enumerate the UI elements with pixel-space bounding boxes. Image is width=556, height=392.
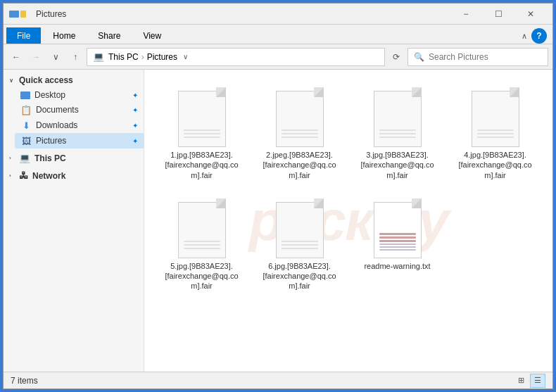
search-box[interactable]: 🔍 xyxy=(407,48,548,66)
file-icon-fold-4 xyxy=(510,87,519,97)
forward-button[interactable]: → xyxy=(27,49,44,65)
file-name-1: 1.jpg.[9B83AE23].[fairexchange@qq.com].f… xyxy=(163,150,241,180)
this-pc-header-label: This PC xyxy=(34,153,66,163)
file-icon-2 xyxy=(274,87,325,147)
sidebar-section-quick-access: ∨ Quick access Desktop ✦ 📋 Documents ✦ xyxy=(4,72,144,148)
tab-share[interactable]: Share xyxy=(87,27,131,44)
file-line xyxy=(282,133,318,134)
file-explorer-window: Pictures − ☐ ✕ File Home Share View ∧ ? … xyxy=(3,3,553,389)
address-bar: ← → ∨ ↑ 💻 This PC › Pictures ∨ ⟳ 🔍 xyxy=(4,44,552,70)
file-item-5[interactable]: 5.jpg.[9B83AE23].[fairexchange@qq.com].f… xyxy=(156,192,248,298)
status-view-controls: ⊞ ☰ xyxy=(513,374,545,388)
view-large-icons-button[interactable]: ⊞ xyxy=(513,374,529,388)
downloads-label: Downloads xyxy=(36,120,128,130)
sidebar-header-this-pc[interactable]: › 💻 This PC xyxy=(4,150,144,166)
view-details-button[interactable]: ☰ xyxy=(530,374,545,388)
file-line xyxy=(184,248,220,249)
search-input[interactable] xyxy=(429,52,542,62)
sidebar-item-pictures[interactable]: 🖼 Pictures ✦ xyxy=(15,133,144,148)
pin-icon-documents: ✦ xyxy=(132,106,138,114)
sidebar-item-downloads[interactable]: ⬇ Downloads ✦ xyxy=(15,118,144,133)
file-item-1[interactable]: 1.jpg.[9B83AE23].[fairexchange@qq.com].f… xyxy=(156,81,248,186)
file-name-3: 3.jpg.[9B83AE23].[fairexchange@qq.com].f… xyxy=(359,150,436,180)
file-icon-lines-7 xyxy=(379,233,416,253)
up-button[interactable]: ↑ xyxy=(67,49,84,65)
tab-home[interactable]: Home xyxy=(42,27,86,44)
file-icon-lines-4 xyxy=(477,129,514,140)
file-icon-lines-3 xyxy=(379,129,416,140)
sidebar-item-documents[interactable]: 📋 Documents ✦ xyxy=(15,102,144,118)
file-icon-5 xyxy=(177,198,227,258)
file-line xyxy=(184,137,220,138)
file-icon-6 xyxy=(274,198,325,258)
ribbon-tabs: File Home Share View ∧ ? xyxy=(4,25,552,44)
file-icon-4 xyxy=(470,87,521,147)
file-icon-fold-6 xyxy=(314,198,324,208)
path-dropdown-button[interactable]: ∨ xyxy=(47,49,64,65)
sidebar-header-quick-access[interactable]: ∨ Quick access xyxy=(4,72,144,88)
this-pc-header-icon: 💻 xyxy=(19,153,30,163)
file-area: риск.ру 1.jpg.[9B83AE23].[fairexchange@q… xyxy=(144,70,552,372)
file-icon-fold-7 xyxy=(412,198,422,208)
documents-label: Documents xyxy=(36,105,128,115)
title-bar: Pictures − ☐ ✕ xyxy=(4,4,552,25)
status-bar: 7 items ⊞ ☰ xyxy=(4,372,552,388)
sidebar: ∨ Quick access Desktop ✦ 📋 Documents ✦ xyxy=(4,70,144,372)
help-button[interactable]: ? xyxy=(531,28,547,44)
tab-file[interactable]: File xyxy=(6,27,41,44)
file-line xyxy=(379,233,416,235)
maximize-button[interactable]: ☐ xyxy=(482,4,514,25)
sidebar-section-network: › 🖧 Network xyxy=(4,167,144,184)
file-line xyxy=(282,248,318,249)
file-name-6: 6.jpg.[9B83AE23].[fairexchange@qq.com].f… xyxy=(261,261,339,291)
close-button[interactable]: ✕ xyxy=(514,4,547,25)
desktop-label: Desktop xyxy=(34,90,128,100)
file-item-2[interactable]: 2.jpeg.[9B83AE23].[fairexchange@qq.com].… xyxy=(253,81,346,186)
file-icon-lines-1 xyxy=(184,129,220,140)
file-icon-7 xyxy=(372,198,423,258)
file-item-4[interactable]: 4.jpg.[9B83AE23].[fairexchange@qq.com].f… xyxy=(449,81,541,186)
refresh-button[interactable]: ⟳ xyxy=(388,49,405,65)
file-line xyxy=(282,129,318,131)
documents-icon: 📋 xyxy=(20,104,32,115)
pin-icon-pictures: ✦ xyxy=(132,137,138,145)
file-item-6[interactable]: 6.jpg.[9B83AE23].[fairexchange@qq.com].f… xyxy=(253,192,346,298)
downloads-icon: ⬇ xyxy=(20,120,32,131)
file-line xyxy=(379,133,416,134)
ribbon-help-area: ∧ ? xyxy=(520,28,552,44)
file-line xyxy=(282,241,318,242)
path-pictures[interactable]: Pictures xyxy=(147,52,177,62)
sidebar-section-this-pc: › 💻 This PC xyxy=(4,150,144,166)
path-this-pc[interactable]: This PC xyxy=(108,52,139,62)
quick-access-items: Desktop ✦ 📋 Documents ✦ ⬇ Downloads ✦ xyxy=(4,88,144,148)
sidebar-item-desktop[interactable]: Desktop ✦ xyxy=(15,88,144,102)
file-item-7[interactable]: readme-warning.txt xyxy=(351,192,443,298)
search-icon: 🔍 xyxy=(414,52,424,62)
file-icon-fold-2 xyxy=(314,87,324,97)
file-icon-fold-1 xyxy=(216,87,226,97)
file-line xyxy=(379,137,416,138)
file-icon-lines-2 xyxy=(282,129,318,140)
this-pc-icon: 💻 xyxy=(93,51,104,62)
address-path[interactable]: 💻 This PC › Pictures ∨ xyxy=(87,48,385,66)
file-line xyxy=(379,244,416,245)
file-icon-lines-5 xyxy=(184,241,220,251)
ribbon-collapse-button[interactable]: ∧ xyxy=(520,30,529,42)
network-header-label: Network xyxy=(32,171,65,181)
path-end-dropdown[interactable]: ∨ xyxy=(179,53,191,61)
file-line xyxy=(379,129,416,131)
this-pc-arrow: › xyxy=(9,155,16,161)
back-button[interactable]: ← xyxy=(8,49,25,65)
desktop-icon xyxy=(20,91,30,99)
window-title: Pictures xyxy=(36,9,450,19)
files-grid: 1.jpg.[9B83AE23].[fairexchange@qq.com].f… xyxy=(156,81,541,298)
sidebar-header-network[interactable]: › 🖧 Network xyxy=(4,167,144,184)
file-item-3[interactable]: 3.jpg.[9B83AE23].[fairexchange@qq.com].f… xyxy=(351,81,443,186)
title-bar-icon xyxy=(9,8,32,20)
pin-icon-downloads: ✦ xyxy=(132,122,138,129)
tab-view[interactable]: View xyxy=(132,27,172,44)
file-name-2: 2.jpeg.[9B83AE23].[fairexchange@qq.com].… xyxy=(261,150,339,180)
file-line xyxy=(184,244,220,246)
minimize-button[interactable]: − xyxy=(450,4,482,25)
file-line xyxy=(184,133,220,134)
